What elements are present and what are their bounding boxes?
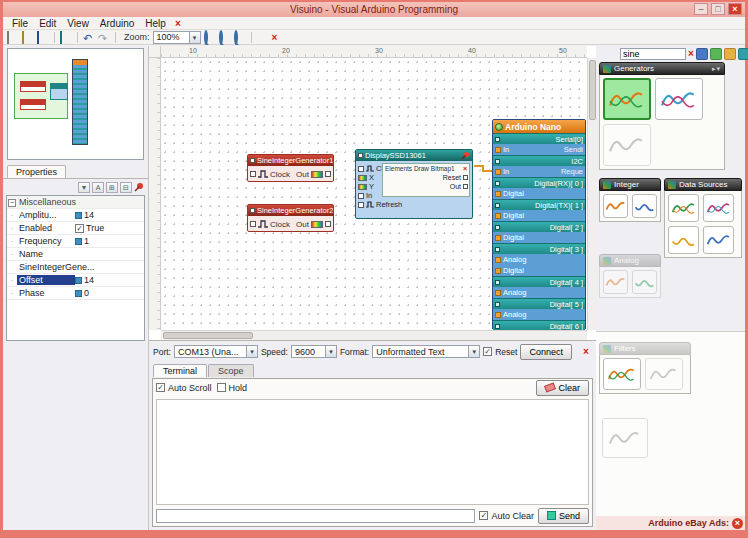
reset-checkbox-group[interactable]: Reset xyxy=(483,347,517,357)
component-sine-integer-generator-1[interactable]: SineIntegerGenerator1 Clock Out xyxy=(247,154,334,182)
nano-channel[interactable]: Digital(TX)[ 1 ] xyxy=(493,199,585,210)
tile-sine-integer-generator[interactable] xyxy=(603,78,651,120)
undo-icon[interactable] xyxy=(83,32,95,43)
tile-sine-analog-generator[interactable] xyxy=(655,78,703,120)
menu-help[interactable]: Help xyxy=(140,18,171,29)
reset-checkbox[interactable] xyxy=(483,347,492,356)
element-pin-out[interactable]: Out xyxy=(383,182,469,191)
pin-square[interactable] xyxy=(358,193,364,199)
sort-az-icon[interactable]: A xyxy=(92,182,104,193)
maximize-icon[interactable]: □ xyxy=(711,3,725,15)
property-row-offset[interactable]: · Offset 14 xyxy=(7,274,144,287)
components-view-icon[interactable] xyxy=(60,31,62,44)
tile-data-source-c[interactable] xyxy=(668,226,699,254)
filter-icon[interactable]: ▼ xyxy=(78,182,90,193)
input-pin[interactable] xyxy=(495,268,501,274)
connect-button[interactable]: Connect xyxy=(520,344,572,360)
tab-terminal[interactable]: Terminal xyxy=(153,364,207,377)
input-pin[interactable] xyxy=(495,257,501,263)
expand-icons[interactable] xyxy=(712,65,721,73)
input-pin[interactable] xyxy=(495,147,501,153)
port-combo[interactable]: COM13 (Una... xyxy=(174,345,258,358)
tile-disabled[interactable] xyxy=(602,418,648,458)
zoom-in-icon[interactable] xyxy=(204,30,208,45)
view-list-icon[interactable] xyxy=(724,48,736,60)
menu-file[interactable]: File xyxy=(7,18,33,29)
tile-data-source-d[interactable] xyxy=(703,226,734,254)
auto-clear-checkbox[interactable] xyxy=(479,511,488,520)
pin-square[interactable] xyxy=(358,202,364,208)
redo-icon[interactable] xyxy=(98,32,110,43)
input-pin[interactable] xyxy=(495,169,501,175)
out-pin[interactable] xyxy=(325,221,331,227)
display-pin-x[interactable]: X xyxy=(358,173,374,182)
component-display-ssd1306[interactable]: DisplaySSD13061 Clock X Y xyxy=(355,149,473,219)
canvas-horizontal-scrollbar[interactable] xyxy=(161,330,587,340)
tile-analog-b[interactable] xyxy=(632,270,657,294)
display-pin-refresh[interactable]: Refresh xyxy=(358,200,402,209)
tile-analog-a[interactable] xyxy=(603,270,628,294)
input-pin[interactable] xyxy=(495,312,501,318)
input-pin[interactable] xyxy=(495,191,501,197)
close-icon[interactable]: × xyxy=(728,3,742,15)
tab-scope[interactable]: Scope xyxy=(208,364,254,377)
clear-search-icon[interactable] xyxy=(688,48,694,59)
element-close-icon[interactable] xyxy=(463,165,467,172)
display-pin-y[interactable]: Y xyxy=(358,182,374,191)
nano-channel[interactable]: Digital[ 5 ] xyxy=(493,298,585,309)
nano-channel[interactable]: Digital[ 3 ] xyxy=(493,243,585,254)
nano-pin-row[interactable]: Digital xyxy=(493,188,585,199)
out-pin[interactable] xyxy=(325,171,331,177)
clock-input-pin[interactable] xyxy=(250,171,256,177)
menu-view[interactable]: View xyxy=(62,18,94,29)
property-category-row[interactable]: Miscellaneous xyxy=(7,196,144,209)
search-input[interactable] xyxy=(620,48,686,60)
collapse-icon[interactable] xyxy=(8,199,16,207)
clear-button[interactable]: Clear xyxy=(536,380,589,396)
property-row-name[interactable]: · Name xyxy=(7,248,144,261)
nano-channel[interactable]: Digital[ 2 ] xyxy=(493,221,585,232)
display-elements-box[interactable]: Elements Draw Bitmap1 Reset Out xyxy=(382,163,470,197)
property-value[interactable]: 1 xyxy=(84,236,89,246)
nano-pin-row[interactable]: InSendi xyxy=(493,144,585,155)
zoom-combo[interactable]: 100% xyxy=(153,31,201,44)
property-row-enabled[interactable]: · Enabled True xyxy=(7,222,144,235)
component-header[interactable]: DisplaySSD13061 xyxy=(356,150,472,161)
nano-pin-row[interactable]: Analog xyxy=(493,254,585,265)
speed-combo[interactable]: 9600 xyxy=(291,345,337,358)
property-value[interactable]: 14 xyxy=(84,275,94,285)
categorized-view-icon[interactable]: ⊞ xyxy=(106,182,118,193)
nano-channel[interactable]: Serial[0] xyxy=(493,133,585,144)
nano-pin-row[interactable]: Digital xyxy=(493,265,585,276)
menubar-close-icon[interactable] xyxy=(172,18,184,29)
pushpin-icon[interactable] xyxy=(461,151,470,160)
component-header[interactable]: Arduino Nano xyxy=(493,120,585,133)
nano-channel[interactable]: Digital[ 6 ] xyxy=(493,320,585,330)
tile-data-source-a[interactable] xyxy=(668,194,699,222)
section-header[interactable]: Filters xyxy=(599,342,691,355)
element-pin-reset[interactable]: Reset xyxy=(383,173,469,182)
property-row-amplitude[interactable]: · Amplitu... 14 xyxy=(7,209,144,222)
section-header[interactable]: Analog xyxy=(599,254,661,267)
toolbox-settings-icon[interactable] xyxy=(738,48,748,60)
checkbox-checked-icon[interactable] xyxy=(75,224,84,233)
hold-checkbox[interactable] xyxy=(217,383,226,392)
expand-all-icon[interactable]: ⊟ xyxy=(120,182,132,193)
view-details-icon[interactable] xyxy=(710,48,722,60)
clock-input-pin[interactable] xyxy=(250,221,256,227)
auto-scroll-checkbox-group[interactable]: Auto Scroll xyxy=(156,383,212,393)
component-arduino-nano[interactable]: Arduino Nano Serial[0] InSendi I2C InReq… xyxy=(492,119,586,330)
minimize-icon[interactable]: – xyxy=(694,3,708,15)
property-value[interactable]: SineIntegerGene... xyxy=(19,262,95,272)
tile-generator-disabled[interactable] xyxy=(603,124,651,166)
property-row-frequency[interactable]: · Frequency 1 xyxy=(7,235,144,248)
nano-pin-row[interactable]: Digital xyxy=(493,210,585,221)
tile-filter-b[interactable] xyxy=(645,358,683,390)
nano-channel[interactable]: I2C xyxy=(493,155,585,166)
pin-square[interactable] xyxy=(358,166,364,172)
property-name-value-row[interactable]: SineIntegerGene... xyxy=(7,261,144,274)
property-value[interactable]: 0 xyxy=(84,288,89,298)
section-header[interactable]: Integer xyxy=(599,178,661,191)
menu-arduino[interactable]: Arduino xyxy=(95,18,139,29)
hold-checkbox-group[interactable]: Hold xyxy=(217,383,248,393)
